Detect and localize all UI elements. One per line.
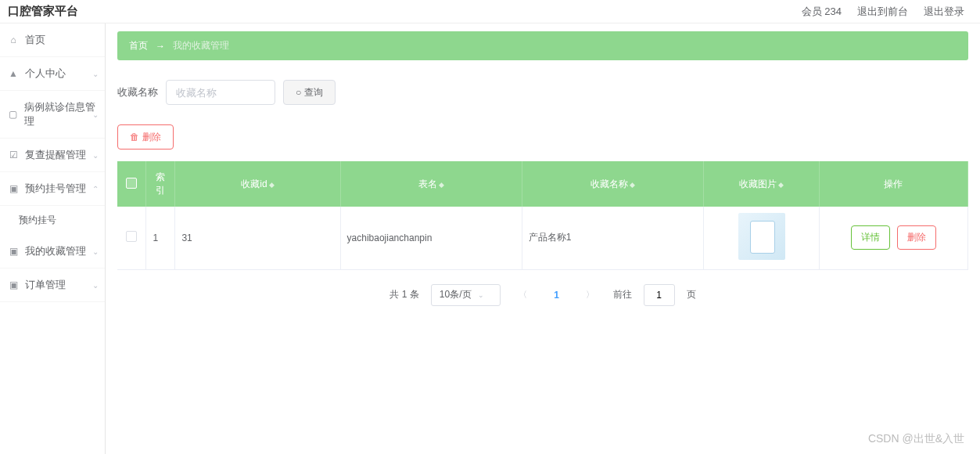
chevron-down-icon: ⌄ xyxy=(478,291,484,299)
header: 口腔管家平台 会员 234 退出到前台 退出登录 xyxy=(0,0,980,23)
user-icon: ▲ xyxy=(8,68,19,79)
table-header-checkbox xyxy=(117,161,146,207)
home-icon: ⌂ xyxy=(8,34,19,45)
page-next-button[interactable]: 〉 xyxy=(580,284,601,306)
cell-id: 31 xyxy=(175,207,340,269)
watermark: CSDN @出世&入世 xyxy=(868,432,964,446)
sidebar-item-label: 首页 xyxy=(25,33,45,47)
sidebar-item-appointment[interactable]: ▣ 预约挂号管理 ⌃ xyxy=(0,172,105,206)
batch-delete-button[interactable]: 🗑 删除 xyxy=(117,124,174,150)
select-all-checkbox[interactable] xyxy=(126,178,137,189)
chevron-down-icon: ⌄ xyxy=(92,70,99,78)
chevron-up-icon: ⌃ xyxy=(92,185,99,193)
sidebar: ⌂ 首页 ▲ 个人中心 ⌄ ▢ 病例就诊信息管理 ⌄ ☑ 复查提醒管理 ⌄ ▣ … xyxy=(0,23,106,454)
row-detail-button[interactable]: 详情 xyxy=(851,225,890,250)
filter-row: 收藏名称 ○ 查询 xyxy=(117,80,968,105)
chevron-down-icon: ⌄ xyxy=(92,247,99,256)
sidebar-item-label: 订单管理 xyxy=(25,278,66,292)
sidebar-item-profile[interactable]: ▲ 个人中心 ⌄ xyxy=(0,57,105,91)
sidebar-item-label: 预约挂号管理 xyxy=(25,182,86,196)
table-header-index[interactable]: 索引 xyxy=(146,161,175,207)
filter-label: 收藏名称 xyxy=(117,85,158,99)
table-row: 1 31 yachibaojianchanpin 产品名称1 详情 删除 xyxy=(117,207,968,269)
page-size-select[interactable]: 10条/页 ⌄ xyxy=(431,284,501,306)
trash-icon: 🗑 xyxy=(130,132,139,142)
sort-icon: ◆ xyxy=(439,181,444,189)
sidebar-item-orders[interactable]: ▣ 订单管理 ⌄ xyxy=(0,268,105,302)
filter-name-input[interactable] xyxy=(166,80,275,105)
breadcrumb-home[interactable]: 首页 xyxy=(129,39,148,52)
sidebar-item-my-favorites[interactable]: ▣ 我的收藏管理 ⌄ xyxy=(0,235,105,268)
table-header-tablename[interactable]: 表名◆ xyxy=(340,161,522,207)
goto-page-input[interactable] xyxy=(644,284,675,306)
table-header-name[interactable]: 收藏名称◆ xyxy=(522,161,703,207)
cell-name: 产品名称1 xyxy=(522,207,703,269)
sort-icon: ◆ xyxy=(630,181,635,189)
chevron-down-icon: ⌄ xyxy=(92,151,99,160)
search-button-label: 查询 xyxy=(304,86,323,99)
goto-label: 前往 xyxy=(613,288,632,301)
sidebar-item-review-reminder[interactable]: ☑ 复查提醒管理 ⌄ xyxy=(0,139,105,172)
logout-button[interactable]: 退出登录 xyxy=(924,5,964,19)
sort-icon: ◆ xyxy=(778,181,784,189)
bag-icon: ▣ xyxy=(8,279,19,290)
page-suffix: 页 xyxy=(687,288,696,301)
data-table: 索引 收藏id◆ 表名◆ 收藏名称◆ 收藏图片◆ 操作 1 31 yachiba… xyxy=(117,161,968,270)
chevron-down-icon: ⌄ xyxy=(92,281,99,290)
sidebar-item-label: 复查提醒管理 xyxy=(25,148,86,162)
table-header-id[interactable]: 收藏id◆ xyxy=(175,161,340,207)
main-content: 首页 → 我的收藏管理 收藏名称 ○ 查询 🗑 删除 索引 xyxy=(106,23,980,454)
header-right: 会员 234 退出到前台 退出登录 xyxy=(802,5,964,19)
breadcrumb: 首页 → 我的收藏管理 xyxy=(117,31,968,60)
page-number-current[interactable]: 1 xyxy=(546,284,568,306)
bag-icon: ▣ xyxy=(8,246,19,257)
sidebar-item-label: 个人中心 xyxy=(25,67,66,81)
sidebar-item-case-info[interactable]: ▢ 病例就诊信息管理 ⌄ xyxy=(0,91,105,139)
sidebar-item-home[interactable]: ⌂ 首页 xyxy=(0,23,105,57)
delete-button-label: 删除 xyxy=(142,131,161,144)
pagination-total: 共 1 条 xyxy=(389,288,418,301)
search-icon: ○ xyxy=(296,87,301,98)
page-prev-button[interactable]: 〈 xyxy=(512,284,534,306)
sort-icon: ◆ xyxy=(269,181,275,189)
breadcrumb-arrow-icon: → xyxy=(156,41,165,52)
breadcrumb-current: 我的收藏管理 xyxy=(173,39,229,52)
cell-operation: 详情 删除 xyxy=(819,207,967,269)
table-header-image[interactable]: 收藏图片◆ xyxy=(704,161,820,207)
bag-icon: ▣ xyxy=(8,183,19,194)
product-image xyxy=(738,213,785,260)
member-info[interactable]: 会员 234 xyxy=(802,5,842,19)
row-checkbox[interactable] xyxy=(126,231,137,242)
exit-to-front-button[interactable]: 退出到前台 xyxy=(857,5,908,19)
check-icon: ☑ xyxy=(8,150,19,160)
sidebar-subitem-appointment[interactable]: 预约挂号 xyxy=(0,206,105,235)
cell-tablename: yachibaojianchanpin xyxy=(340,207,522,269)
pagination: 共 1 条 10条/页 ⌄ 〈 1 〉 前往 页 xyxy=(117,284,968,306)
app-title: 口腔管家平台 xyxy=(8,4,78,19)
card-icon: ▢ xyxy=(8,109,18,120)
table-header-operation: 操作 xyxy=(819,161,967,207)
row-delete-button[interactable]: 删除 xyxy=(897,225,936,250)
cell-index: 1 xyxy=(146,207,175,269)
sidebar-item-label: 我的收藏管理 xyxy=(25,244,86,258)
search-button[interactable]: ○ 查询 xyxy=(283,80,336,105)
chevron-down-icon: ⌄ xyxy=(92,110,99,119)
sidebar-item-label: 病例就诊信息管理 xyxy=(24,100,97,128)
cell-image xyxy=(704,207,820,269)
sidebar-subitem-label: 预约挂号 xyxy=(19,214,56,225)
